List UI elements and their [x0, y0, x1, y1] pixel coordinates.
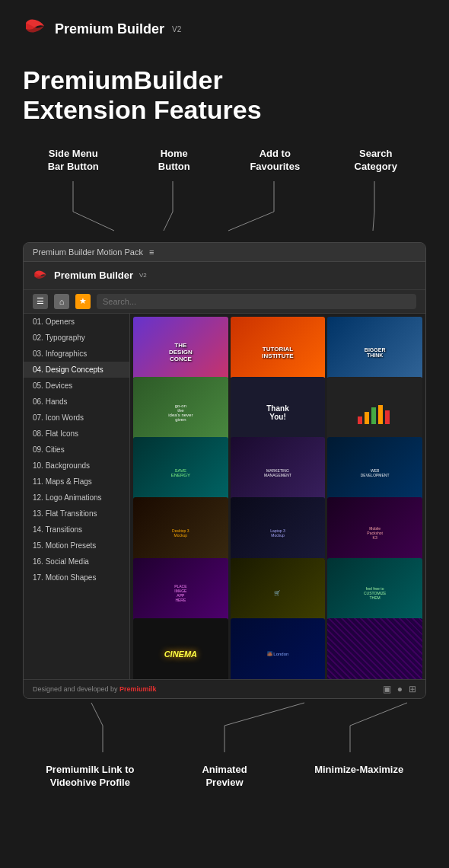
app-logo-text: Premium Builder	[55, 21, 164, 37]
top-feature-labels: Side MenuBar Button HomeButton Add toFav…	[0, 148, 449, 174]
grid-item[interactable]: 🌉 London London★	[231, 618, 326, 679]
sidebar-item-flat-trans[interactable]: 13. Flat Transitions	[24, 506, 129, 522]
mockup-body: 01. Openers 02. Typography 03. Infograph…	[24, 314, 425, 679]
svg-line-18	[350, 703, 407, 726]
sidebar-item-flat-icons[interactable]: 08. Flat Icons	[24, 426, 129, 442]
sidebar-item-hands[interactable]: 06. Hands	[24, 394, 129, 410]
svg-line-16	[224, 703, 304, 726]
svg-line-7	[373, 212, 374, 231]
grid-item[interactable]: Background_Pattern_14★	[327, 618, 422, 679]
mockup-toolbar: ☰ ⌂ ★	[24, 290, 425, 314]
top-connectors	[23, 181, 426, 242]
svg-line-14	[91, 703, 103, 726]
hero-title: PremiumBuilder Extension Features	[0, 50, 449, 148]
sidebar-item-maps[interactable]: 11. Maps & Flags	[24, 474, 129, 490]
footer-controls: ▣ ● ⊞	[383, 684, 416, 694]
sidebar-item-social[interactable]: 16. Social Media	[24, 554, 129, 570]
svg-rect-11	[378, 405, 383, 424]
feature-label-home: HomeButton	[124, 148, 225, 174]
mockup-logo-text: Premium Builder	[54, 270, 133, 281]
feature-label-minimize: Minimize-Maximize	[291, 764, 426, 790]
mockup-footer: Designed and developed by Premiumilk ▣ ●…	[24, 679, 425, 698]
svg-line-3	[164, 212, 173, 231]
feature-label-animated-preview: AnimatedPreview	[158, 764, 292, 790]
mockup-sidebar: 01. Openers 02. Typography 03. Infograph…	[24, 314, 130, 679]
bottom-connectors	[23, 699, 426, 752]
mockup-header: Premium Builder V2	[24, 262, 425, 290]
app-logo-version: V2	[172, 25, 181, 34]
sidebar-item-infographics[interactable]: 03. Infographics	[24, 346, 129, 362]
sidebar-item-motion-shapes[interactable]: 17. Motion Shapes	[24, 570, 129, 586]
bottom-feature-labels: Premiumilk Link toVideohive Profile Anim…	[0, 752, 449, 812]
feature-label-favourites: Add toFavourites	[224, 148, 326, 174]
svg-rect-10	[371, 407, 376, 424]
mockup-logo-icon	[33, 268, 48, 283]
animated-preview-button[interactable]: ▣	[383, 684, 391, 694]
svg-rect-12	[385, 410, 390, 424]
footer-credit[interactable]: Designed and developed by Premiumilk	[33, 685, 157, 693]
svg-line-1	[73, 212, 114, 231]
circle-button[interactable]: ●	[397, 684, 403, 694]
mockup-topbar: Premium Builder Motion Pack ≡	[24, 243, 425, 262]
sidebar-item-design[interactable]: 04. Design Concepts	[24, 362, 129, 378]
ui-mockup: Premium Builder Motion Pack ≡ Premium Bu…	[23, 242, 426, 699]
sidebar-item-transitions[interactable]: 14. Transitions	[24, 522, 129, 538]
sidebar-item-cities[interactable]: 09. Cities	[24, 442, 129, 458]
logo-icon	[23, 15, 47, 43]
mockup-logo-version: V2	[139, 272, 147, 279]
svg-rect-9	[365, 412, 369, 424]
app-header: Premium Builder V2	[0, 0, 449, 50]
sidebar-item-backgrounds[interactable]: 10. Backgrounds	[24, 458, 129, 474]
feature-label-side-menu: Side MenuBar Button	[23, 148, 124, 174]
mockup-content-grid: THEDESIGNCONCE Opener_16★ TUTORIALINSTIT…	[130, 314, 425, 679]
sidebar-item-devices[interactable]: 05. Devices	[24, 378, 129, 394]
sidebar-toggle-button[interactable]: ☰	[33, 294, 48, 309]
feature-label-search: SearchCategory	[326, 148, 427, 174]
favourites-button[interactable]: ★	[75, 294, 91, 309]
grid-button[interactable]: ⊞	[409, 684, 416, 694]
sidebar-item-logo[interactable]: 12. Logo Animations	[24, 490, 129, 506]
search-input[interactable]	[97, 294, 416, 309]
sidebar-item-motion-presets[interactable]: 15. Motion Presets	[24, 538, 129, 554]
sidebar-item-icon-words[interactable]: 07. Icon Words	[24, 410, 129, 426]
svg-line-5	[228, 212, 274, 231]
grid-item[interactable]: CINEMA Cinema_text★	[133, 618, 228, 679]
sidebar-item-openers[interactable]: 01. Openers	[24, 314, 129, 330]
home-button[interactable]: ⌂	[54, 294, 69, 309]
sidebar-item-typography[interactable]: 02. Typography	[24, 330, 129, 346]
mockup-topbar-title: Premium Builder Motion Pack	[33, 247, 143, 257]
feature-label-premiumilk: Premiumilk Link toVideohive Profile	[23, 764, 158, 790]
svg-rect-8	[358, 416, 362, 424]
mockup-topbar-close: ≡	[149, 247, 154, 257]
